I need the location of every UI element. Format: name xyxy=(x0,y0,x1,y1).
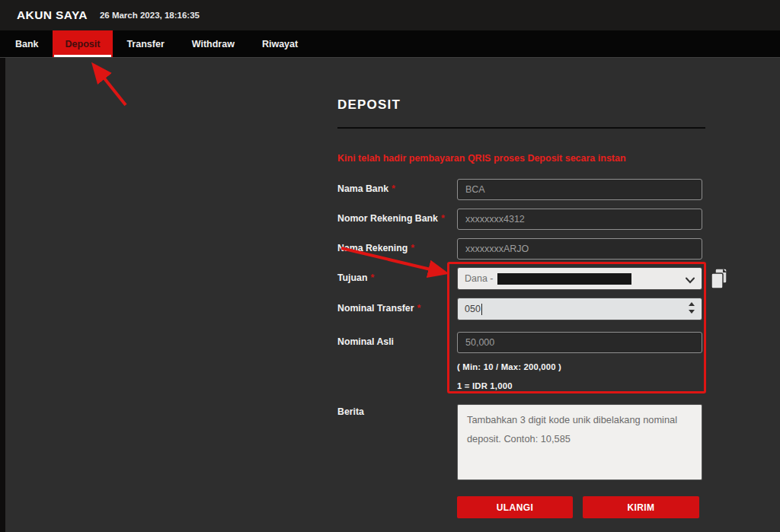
spinner-up-icon[interactable] xyxy=(689,302,695,306)
nominal-asli-label: Nominal Asli xyxy=(337,336,456,347)
nominal-transfer-stepper[interactable]: 050 xyxy=(457,298,702,320)
min-max-note: ( Min: 10 / Max: 200,000 ) xyxy=(457,362,561,371)
nama-rekening-input[interactable] xyxy=(457,238,702,260)
tujuan-selected-value: Dana - xyxy=(465,273,494,284)
kirim-button[interactable]: KIRIM xyxy=(583,496,699,518)
left-edge-strip xyxy=(0,58,5,532)
tab-riwayat[interactable]: Riwayat xyxy=(248,30,312,57)
required-asterisk: * xyxy=(441,213,445,224)
spinner-down-icon[interactable] xyxy=(689,310,695,314)
rate-note: 1 = IDR 1,000 xyxy=(457,381,513,390)
required-asterisk: * xyxy=(417,303,420,314)
nomor-rekening-label: Nomor Rekening Bank* xyxy=(337,213,456,224)
tab-withdraw[interactable]: Withdraw xyxy=(178,30,248,57)
header-datetime: 26 March 2023, 18:16:35 xyxy=(100,11,200,20)
tab-deposit[interactable]: Deposit xyxy=(53,30,113,57)
annotation-arrow-deposit-tab xyxy=(78,58,139,113)
nav-bar: Bank Deposit Transfer Withdraw Riwayat xyxy=(0,30,780,58)
tab-bank-label: Bank xyxy=(15,39,39,49)
ulangi-button[interactable]: ULANGI xyxy=(457,496,573,518)
nomor-rekening-input[interactable] xyxy=(457,209,702,230)
nama-bank-label: Nama Bank* xyxy=(337,183,456,194)
copy-icon[interactable] xyxy=(709,267,730,294)
required-asterisk: * xyxy=(411,243,414,253)
tab-withdraw-label: Withdraw xyxy=(192,39,235,49)
redacted-account-number xyxy=(497,273,631,285)
header-bar: AKUN SAYA 26 March 2023, 18:16:35 xyxy=(0,0,780,30)
chevron-down-icon xyxy=(686,276,695,286)
tujuan-select[interactable]: Dana - xyxy=(457,267,702,290)
required-asterisk: * xyxy=(392,183,395,194)
nominal-transfer-label: Nominal Transfer* xyxy=(337,303,456,314)
nama-bank-input[interactable] xyxy=(457,179,702,200)
tujuan-label: Tujuan* xyxy=(337,272,456,283)
tab-transfer[interactable]: Transfer xyxy=(113,30,177,57)
nama-rekening-label: Nama Rekening* xyxy=(337,243,456,253)
app-title: AKUN SAYA xyxy=(17,8,88,22)
nominal-transfer-value: 050 xyxy=(465,304,481,314)
promo-message: Kini telah hadir pembayaran QRIS proses … xyxy=(337,153,626,164)
required-asterisk: * xyxy=(370,272,374,283)
text-cursor xyxy=(481,304,482,315)
berita-textarea[interactable] xyxy=(457,404,702,480)
tab-bank[interactable]: Bank xyxy=(0,30,53,57)
tab-deposit-label: Deposit xyxy=(66,39,101,49)
title-divider xyxy=(337,127,705,129)
berita-label: Berita xyxy=(337,406,456,417)
tab-riwayat-label: Riwayat xyxy=(262,39,298,49)
stepper-arrows[interactable] xyxy=(689,302,695,314)
nominal-asli-input[interactable] xyxy=(457,332,702,353)
tab-transfer-label: Transfer xyxy=(126,39,164,49)
page-title: DEPOSIT xyxy=(337,97,401,113)
deposit-form: DEPOSIT Kini telah hadir pembayaran QRIS… xyxy=(337,91,707,532)
form-actions: ULANGI KIRIM xyxy=(457,496,699,518)
